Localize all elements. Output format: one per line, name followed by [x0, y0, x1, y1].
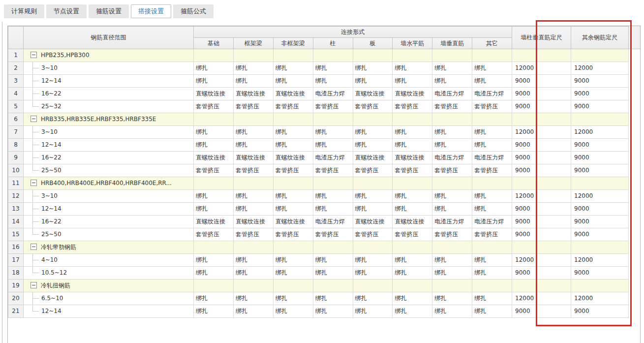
- connection-type-cell[interactable]: 绑扎: [432, 190, 472, 203]
- connection-type-cell[interactable]: [194, 49, 234, 62]
- connection-type-cell[interactable]: [273, 177, 313, 190]
- connection-type-cell[interactable]: [432, 241, 472, 254]
- connection-type-cell[interactable]: 绑扎: [353, 126, 393, 139]
- connection-type-cell[interactable]: 套管挤压: [273, 164, 313, 177]
- rebar-grade-cell[interactable]: 冷轧带肋钢筋: [24, 241, 194, 254]
- row-number[interactable]: 14: [8, 216, 24, 228]
- wall-column-fixed-length-cell[interactable]: 9000: [512, 139, 571, 152]
- other-rebar-fixed-length-cell[interactable]: 12000: [571, 62, 629, 75]
- connection-type-cell[interactable]: 绑扎: [233, 75, 273, 88]
- connection-type-cell[interactable]: 绑扎: [313, 126, 353, 139]
- connection-type-cell[interactable]: [273, 241, 313, 254]
- connection-type-cell[interactable]: [472, 280, 512, 292]
- tab-4[interactable]: 箍筋公式: [173, 4, 214, 18]
- connection-type-cell[interactable]: [313, 177, 353, 190]
- wall-column-fixed-length-cell[interactable]: [512, 241, 571, 254]
- other-rebar-fixed-length-cell[interactable]: 9000: [571, 88, 629, 100]
- row-number[interactable]: 16: [8, 241, 24, 254]
- wall-column-fixed-length-cell[interactable]: [512, 280, 571, 292]
- row-number[interactable]: 15: [8, 228, 24, 241]
- other-rebar-fixed-length-cell[interactable]: 9000: [571, 305, 629, 318]
- connection-type-cell[interactable]: 直螺纹连接: [273, 216, 313, 228]
- connection-type-cell[interactable]: 直螺纹连接: [233, 88, 273, 100]
- connection-type-cell[interactable]: 绑扎: [353, 203, 393, 216]
- diameter-range-cell[interactable]: 10.5~12: [24, 267, 194, 280]
- tab-3-active[interactable]: 搭接设置: [131, 4, 171, 18]
- diameter-range-cell[interactable]: 3~10: [24, 190, 194, 203]
- connection-type-cell[interactable]: 绑扎: [194, 75, 234, 88]
- connection-type-cell[interactable]: 绑扎: [393, 203, 432, 216]
- connection-type-cell[interactable]: [353, 241, 393, 254]
- connection-type-cell[interactable]: 直螺纹连接: [194, 88, 234, 100]
- wall-column-fixed-length-cell[interactable]: 9000: [512, 152, 571, 164]
- connection-type-cell[interactable]: 绑扎: [194, 292, 234, 305]
- connection-type-cell[interactable]: 绑扎: [273, 126, 313, 139]
- wall-column-fixed-length-cell[interactable]: 12000: [512, 126, 571, 139]
- connection-type-cell[interactable]: 套管挤压: [313, 164, 353, 177]
- connection-type-cell[interactable]: 绑扎: [233, 126, 273, 139]
- diameter-range-cell[interactable]: 25~50: [24, 228, 194, 241]
- connection-type-cell[interactable]: 绑扎: [393, 139, 432, 152]
- connection-type-cell[interactable]: 电渣压力焊: [432, 216, 472, 228]
- connection-type-cell[interactable]: 套管挤压: [432, 164, 472, 177]
- connection-type-cell[interactable]: 绑扎: [472, 75, 512, 88]
- connection-type-cell[interactable]: 绑扎: [194, 139, 234, 152]
- collapse-minus-icon[interactable]: [31, 244, 37, 250]
- connection-type-cell[interactable]: 绑扎: [393, 292, 432, 305]
- wall-column-fixed-length-cell[interactable]: 9000: [512, 100, 571, 113]
- connection-type-cell[interactable]: 绑扎: [233, 267, 273, 280]
- connection-type-cell[interactable]: 绑扎: [472, 254, 512, 267]
- row-number[interactable]: 18: [8, 267, 24, 280]
- connection-type-cell[interactable]: 套管挤压: [233, 164, 273, 177]
- connection-type-cell[interactable]: 绑扎: [273, 203, 313, 216]
- connection-type-cell[interactable]: 套管挤压: [472, 164, 512, 177]
- wall-column-fixed-length-cell[interactable]: 12000: [512, 254, 571, 267]
- connection-type-cell[interactable]: [233, 49, 273, 62]
- diameter-range-cell[interactable]: 3~10: [24, 62, 194, 75]
- diameter-range-cell[interactable]: 3~10: [24, 126, 194, 139]
- wall-column-fixed-length-cell[interactable]: 12000: [512, 62, 571, 75]
- wall-column-fixed-length-cell[interactable]: 9000: [512, 75, 571, 88]
- row-number[interactable]: 13: [8, 203, 24, 216]
- wall-column-fixed-length-cell[interactable]: 9000: [512, 305, 571, 318]
- diameter-range-cell[interactable]: 16~22: [24, 216, 194, 228]
- connection-type-cell[interactable]: 绑扎: [273, 190, 313, 203]
- connection-type-cell[interactable]: 套管挤压: [472, 100, 512, 113]
- other-rebar-fixed-length-cell[interactable]: 9000: [571, 228, 629, 241]
- other-rebar-fixed-length-cell[interactable]: 9000: [571, 100, 629, 113]
- connection-type-cell[interactable]: 绑扎: [472, 190, 512, 203]
- connection-type-cell[interactable]: 绑扎: [472, 267, 512, 280]
- connection-type-cell[interactable]: 电渣压力焊: [313, 152, 353, 164]
- connection-type-cell[interactable]: 套管挤压: [273, 100, 313, 113]
- connection-type-cell[interactable]: 绑扎: [313, 139, 353, 152]
- connection-type-cell[interactable]: 直螺纹连接: [393, 152, 432, 164]
- connection-type-cell[interactable]: 绑扎: [273, 254, 313, 267]
- connection-type-cell[interactable]: 套管挤压: [432, 228, 472, 241]
- other-rebar-fixed-length-cell[interactable]: 9000: [571, 152, 629, 164]
- wall-column-fixed-length-cell[interactable]: 9000: [512, 88, 571, 100]
- connection-type-cell[interactable]: 套管挤压: [233, 228, 273, 241]
- connection-type-cell[interactable]: [432, 177, 472, 190]
- wall-column-fixed-length-cell[interactable]: 9000: [512, 228, 571, 241]
- collapse-minus-icon[interactable]: [31, 52, 37, 58]
- row-number[interactable]: 9: [8, 152, 24, 164]
- connection-type-cell[interactable]: [273, 49, 313, 62]
- wall-column-fixed-length-cell[interactable]: 12000: [512, 292, 571, 305]
- row-number[interactable]: 12: [8, 190, 24, 203]
- connection-type-cell[interactable]: [313, 241, 353, 254]
- connection-type-cell[interactable]: 直螺纹连接: [353, 152, 393, 164]
- other-rebar-fixed-length-cell[interactable]: 9000: [571, 267, 629, 280]
- wall-column-fixed-length-cell[interactable]: [512, 113, 571, 126]
- row-number[interactable]: 17: [8, 254, 24, 267]
- collapse-minus-icon[interactable]: [31, 282, 37, 288]
- row-number[interactable]: 2: [8, 62, 24, 75]
- connection-type-cell[interactable]: 套管挤压: [313, 100, 353, 113]
- other-rebar-fixed-length-cell[interactable]: 9000: [571, 203, 629, 216]
- diameter-range-cell[interactable]: 12~14: [24, 139, 194, 152]
- connection-type-cell[interactable]: [233, 280, 273, 292]
- other-rebar-fixed-length-cell[interactable]: 9000: [571, 75, 629, 88]
- collapse-minus-icon[interactable]: [31, 180, 37, 186]
- connection-type-cell[interactable]: 电渣压力焊: [432, 152, 472, 164]
- diameter-range-cell[interactable]: 12~14: [24, 75, 194, 88]
- diameter-range-cell[interactable]: 16~22: [24, 88, 194, 100]
